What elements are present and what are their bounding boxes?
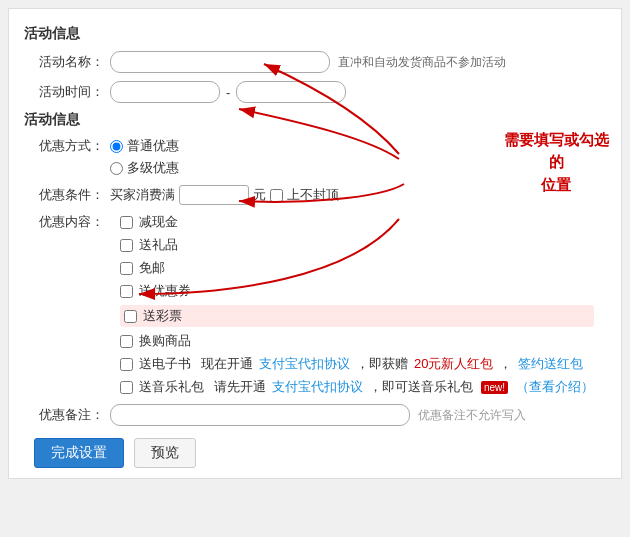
button-row: 完成设置 预览 [24, 438, 606, 468]
main-container: 活动信息 活动名称： 直冲和自动发货商品不参加活动 活动时间： - 活动信息 优… [8, 8, 622, 479]
section-title-2: 活动信息 [24, 111, 606, 129]
cb-reduce[interactable] [120, 216, 133, 229]
cb-exchange[interactable] [120, 335, 133, 348]
condition-amount-input[interactable] [179, 185, 249, 205]
cb-music-row: 送音乐礼包 请先开通 支付宝代扣协议 ，即可送音乐礼包 new! （查看介绍） [120, 378, 594, 396]
remark-row: 优惠备注： 优惠备注不允许写入 [24, 404, 606, 426]
activity-time-label: 活动时间： [34, 83, 104, 101]
preview-button[interactable]: 预览 [134, 438, 196, 468]
radio-normal-label: 普通优惠 [127, 137, 179, 155]
cb-music[interactable] [120, 381, 133, 394]
cb-ebook-middle: ，即获赠 [356, 355, 408, 373]
cb-lottery-row[interactable]: 送彩票 [120, 305, 594, 327]
cb-ebook[interactable] [120, 358, 133, 371]
cb-reduce-label: 减现金 [139, 213, 178, 231]
activity-time-row: 活动时间： - [24, 81, 606, 103]
cb-exchange-row[interactable]: 换购商品 [120, 332, 594, 350]
new-badge: new! [481, 381, 508, 394]
cb-exchange-label: 换购商品 [139, 332, 191, 350]
cb-freeship[interactable] [120, 262, 133, 275]
cb-music-middle: ，即可送音乐礼包 [369, 378, 473, 396]
cb-gift-row[interactable]: 送礼品 [120, 236, 594, 254]
cb-ebook-alipay-prefix: 现在开通 [201, 355, 253, 373]
cb-freeship-label: 免邮 [139, 259, 165, 277]
radio-multi[interactable]: 多级优惠 [110, 159, 179, 177]
complete-button[interactable]: 完成设置 [34, 438, 124, 468]
discount-content-checkboxes: 减现金 送礼品 免邮 送优惠券 送彩票 换购商品 [110, 213, 594, 396]
cb-ebook-label: 送电子书 [139, 355, 191, 373]
cb-lottery-label: 送彩票 [143, 307, 182, 325]
activity-name-input[interactable] [110, 51, 330, 73]
remark-label: 优惠备注： [34, 406, 104, 424]
time-range: - [110, 81, 346, 103]
cb-gift-label: 送礼品 [139, 236, 178, 254]
cb-reduce-row[interactable]: 减现金 [120, 213, 594, 231]
annotation-box: 需要填写或勾选的位置 [501, 129, 611, 196]
end-time-input[interactable] [236, 81, 346, 103]
cb-ebook-row: 送电子书 现在开通 支付宝代扣协议 ，即获赠 20元新人红包 ， 签约送红包 [120, 355, 594, 373]
cb-lottery[interactable] [124, 310, 137, 323]
discount-method-label: 优惠方式： [34, 137, 104, 155]
discount-condition-label: 优惠条件： [34, 186, 104, 204]
activity-name-hint: 直冲和自动发货商品不参加活动 [338, 54, 506, 71]
cb-ebook-alipay-link[interactable]: 支付宝代扣协议 [259, 355, 350, 373]
no-limit-checkbox[interactable] [270, 189, 283, 202]
radio-multi-label: 多级优惠 [127, 159, 179, 177]
cb-music-alipay-link[interactable]: 支付宝代扣协议 [272, 378, 363, 396]
cb-coupon[interactable] [120, 285, 133, 298]
cb-ebook-sep: ， [499, 355, 512, 373]
radio-multi-input[interactable] [110, 162, 123, 175]
cb-music-prefix: 请先开通 [214, 378, 266, 396]
discount-method-group: 普通优惠 多级优惠 [110, 137, 179, 177]
time-separator: - [226, 85, 230, 100]
cb-freeship-row[interactable]: 免邮 [120, 259, 594, 277]
cb-coupon-label: 送优惠券 [139, 282, 191, 300]
cb-music-intro-link[interactable]: （查看介绍） [516, 378, 594, 396]
activity-name-label: 活动名称： [34, 53, 104, 71]
annotation-text: 需要填写或勾选的位置 [504, 131, 609, 193]
condition-prefix: 买家消费满 [110, 186, 175, 204]
remark-input[interactable] [110, 404, 410, 426]
radio-normal-input[interactable] [110, 140, 123, 153]
section-title-1: 活动信息 [24, 25, 606, 43]
start-time-input[interactable] [110, 81, 220, 103]
discount-content-area: 优惠内容： 减现金 送礼品 免邮 送优惠券 送彩票 [24, 213, 606, 396]
cb-music-label: 送音乐礼包 [139, 378, 204, 396]
cb-gift[interactable] [120, 239, 133, 252]
remark-hint: 优惠备注不允许写入 [418, 407, 526, 424]
cb-coupon-row[interactable]: 送优惠券 [120, 282, 594, 300]
radio-normal[interactable]: 普通优惠 [110, 137, 179, 155]
discount-content-label: 优惠内容： [34, 213, 104, 396]
condition-unit: 元 [253, 186, 266, 204]
activity-name-row: 活动名称： 直冲和自动发货商品不参加活动 [24, 51, 606, 73]
cb-ebook-sign-link[interactable]: 签约送红包 [518, 355, 583, 373]
cb-ebook-red-packet: 20元新人红包 [414, 355, 493, 373]
no-limit-label: 上不封顶 [287, 186, 339, 204]
